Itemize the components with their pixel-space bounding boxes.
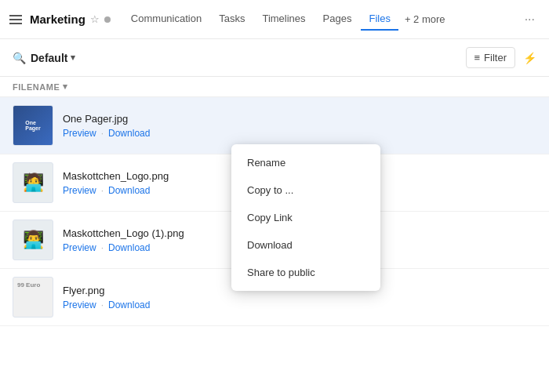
file-name: Maskottchen_Logo (1).png — [63, 227, 184, 239]
file-list: OnePager One Pager.jpg Preview · Downloa… — [0, 97, 549, 326]
preview-link[interactable]: Preview — [63, 299, 96, 310]
context-menu-copy-to[interactable]: Copy to ... — [231, 176, 380, 204]
status-dot — [104, 16, 111, 23]
separator: · — [101, 185, 104, 196]
context-menu-share[interactable]: Share to public — [231, 259, 380, 286]
download-link[interactable]: Download — [108, 242, 150, 253]
file-info: Maskottchen_Logo (1).png Preview · Downl… — [63, 227, 184, 253]
file-actions: Preview · Download — [63, 299, 150, 310]
download-link[interactable]: Download — [108, 128, 150, 139]
file-actions: Preview · Download — [63, 242, 184, 253]
sort-icon[interactable]: ▾ — [63, 82, 68, 92]
separator: · — [101, 242, 104, 253]
tab-tasks[interactable]: Tasks — [211, 8, 253, 31]
download-link[interactable]: Download — [108, 185, 150, 196]
file-thumbnail: 99 Euro — [13, 277, 53, 318]
filter-button[interactable]: ≡ Filter — [466, 47, 515, 68]
nav-tabs: Communication Tasks Timelines Pages File… — [123, 8, 520, 31]
view-selector[interactable]: Default ▾ — [31, 52, 75, 64]
file-actions: Preview · Download — [63, 128, 150, 139]
tab-pages[interactable]: Pages — [315, 8, 360, 31]
context-menu-rename[interactable]: Rename — [231, 149, 380, 176]
file-name: One Pager.jpg — [63, 113, 150, 125]
star-icon[interactable]: ☆ — [90, 13, 100, 25]
file-thumbnail: 👨‍💻 — [13, 220, 53, 260]
search-icon[interactable]: 🔍 — [13, 52, 26, 64]
nav-ellipsis[interactable]: ··· — [520, 9, 540, 30]
separator: · — [101, 128, 104, 139]
preview-link[interactable]: Preview — [63, 128, 96, 139]
preview-link[interactable]: Preview — [63, 242, 96, 253]
header-icons: ☆ — [90, 13, 111, 25]
separator: · — [101, 299, 104, 310]
file-name: Maskottchen_Logo.png — [63, 170, 169, 182]
filename-column-label: FILENAME — [13, 82, 60, 92]
project-name: Marketing — [30, 13, 85, 26]
file-thumbnail: OnePager — [13, 105, 53, 146]
tab-timelines[interactable]: Timelines — [254, 8, 313, 31]
context-menu-download[interactable]: Download — [231, 231, 380, 259]
toolbar: 🔍 Default ▾ ≡ Filter ⚡ — [0, 39, 549, 77]
view-label: Default — [31, 52, 67, 64]
app-header: Marketing ☆ Communication Tasks Timeline… — [0, 0, 549, 39]
toolbar-left: 🔍 Default ▾ — [13, 52, 75, 64]
file-actions: Preview · Download — [63, 185, 169, 196]
tab-more[interactable]: + 2 more — [400, 10, 450, 28]
file-thumbnail: 🧑‍💻 — [13, 162, 53, 203]
toolbar-right: ≡ Filter ⚡ — [466, 47, 536, 68]
file-info: Flyer.png Preview · Download — [63, 285, 150, 310]
tab-files[interactable]: Files — [361, 8, 398, 31]
preview-link[interactable]: Preview — [63, 185, 96, 196]
context-menu-copy-link[interactable]: Copy Link — [231, 204, 380, 231]
file-name: Flyer.png — [63, 285, 150, 296]
column-header: FILENAME ▾ — [0, 77, 549, 97]
chevron-down-icon: ▾ — [71, 53, 75, 63]
mascot-icon: 🧑‍💻 — [23, 172, 44, 193]
hamburger-menu[interactable] — [9, 15, 22, 24]
file-info: One Pager.jpg Preview · Download — [63, 113, 150, 139]
file-info: Maskottchen_Logo.png Preview · Download — [63, 170, 169, 196]
filter-label: Filter — [484, 52, 507, 64]
tab-communication[interactable]: Communication — [123, 8, 209, 31]
download-link[interactable]: Download — [108, 299, 150, 310]
filter-icon: ≡ — [474, 52, 481, 64]
context-menu: Rename Copy to ... Copy Link Download Sh… — [231, 144, 380, 291]
flyer-text: 99 Euro — [17, 281, 40, 289]
mascot-icon: 👨‍💻 — [23, 230, 44, 250]
chart-icon[interactable]: ⚡ — [523, 52, 536, 64]
